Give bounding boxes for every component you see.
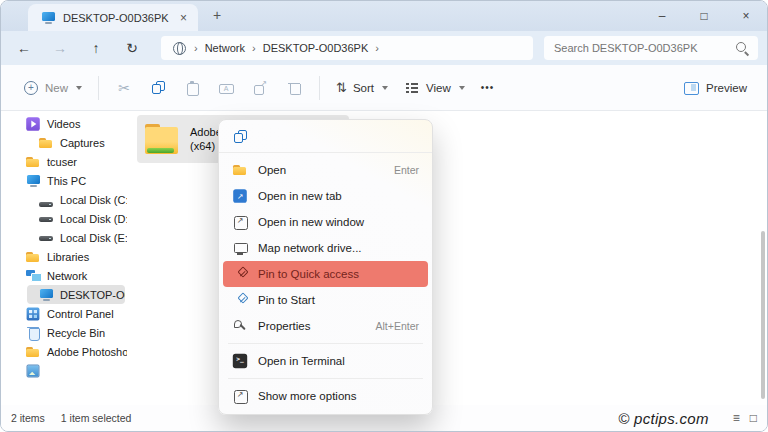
menu-item-label: Properties	[258, 320, 310, 332]
search-box[interactable]	[544, 36, 758, 60]
paste-icon	[184, 80, 200, 96]
up-button[interactable]: ↑	[83, 40, 109, 56]
view-button[interactable]: View	[396, 74, 473, 102]
context-menu-item[interactable]	[228, 343, 423, 344]
sidebar-item[interactable]: Videos	[1, 114, 127, 133]
more-options-button[interactable]: •••	[473, 76, 503, 99]
maximize-button[interactable]: □	[683, 1, 725, 31]
titlebar: DESKTOP-O0D36PK × + – □ ×	[1, 1, 767, 31]
details-view-toggle[interactable]: ≡	[733, 411, 740, 425]
new-tab-button[interactable]: +	[213, 7, 221, 23]
selected-count: 1 item selected	[61, 412, 132, 424]
context-menu-item[interactable]: Pin to Start	[223, 287, 428, 313]
refresh-button[interactable]: ↻	[119, 40, 145, 56]
sidebar-item-icon	[26, 117, 40, 131]
context-menu-item[interactable]: Open Enter	[223, 157, 428, 183]
sidebar-item-label: Control Panel	[47, 308, 114, 320]
back-button[interactable]: ←	[11, 40, 37, 56]
sidebar-item-icon	[38, 192, 54, 208]
menu-item-label: Open	[258, 164, 286, 176]
close-button[interactable]: ×	[725, 1, 767, 31]
sidebar-item-icon	[25, 154, 41, 170]
items-count: 2 items	[11, 412, 45, 424]
breadcrumb-network[interactable]: Network	[205, 42, 245, 54]
computer-icon	[40, 10, 56, 26]
sidebar-item[interactable]: Adobe Photosho	[1, 342, 127, 361]
chevron-right-icon: ›	[252, 42, 256, 54]
watermark: © pctips.com	[618, 410, 709, 427]
copy-button[interactable]	[141, 72, 175, 104]
sidebar-item[interactable]: Recycle Bin	[1, 323, 127, 342]
breadcrumb-computer[interactable]: DESKTOP-O0D36PK	[263, 42, 369, 54]
cut-button[interactable]: ✂	[107, 72, 141, 104]
cut-icon: ✂	[118, 80, 130, 96]
menu-item-label: Open in Terminal	[258, 355, 345, 367]
menu-item-label: Map network drive...	[258, 242, 362, 254]
sidebar-item[interactable]: Captures	[1, 133, 127, 152]
context-menu-item[interactable]: Open in Terminal	[223, 348, 428, 374]
context-menu-item[interactable]: Open in new window	[223, 209, 428, 235]
sidebar-item-icon	[38, 230, 54, 246]
chevron-right-icon: ›	[194, 42, 198, 54]
menu-item-label: Open in new window	[258, 216, 364, 228]
new-button[interactable]: New	[15, 74, 90, 102]
navigation-sidebar: Videos Captures tcuser This PC	[1, 111, 127, 405]
sort-button[interactable]: ⇅ Sort	[328, 74, 396, 101]
sidebar-item-icon	[38, 135, 54, 151]
chevron-down-icon	[76, 86, 82, 90]
paste-button[interactable]	[175, 72, 209, 104]
delete-button[interactable]	[277, 72, 311, 104]
sidebar-item-icon	[25, 173, 41, 189]
context-menu-item[interactable]	[228, 378, 423, 379]
sidebar-item-label: Adobe Photosho	[47, 346, 127, 358]
large-icons-view-toggle[interactable]: □	[750, 411, 757, 425]
menu-item-icon	[232, 214, 248, 230]
rename-button[interactable]	[209, 72, 243, 104]
share-button[interactable]	[243, 72, 277, 104]
sidebar-item[interactable]: Libraries	[1, 247, 127, 266]
menu-item-label: Show more options	[258, 390, 356, 402]
sidebar-item-icon	[25, 344, 41, 360]
sidebar-item[interactable]	[1, 361, 127, 380]
sidebar-item[interactable]: DESKTOP-O0D	[27, 285, 125, 304]
sidebar-item[interactable]: Local Disk (C:)	[1, 190, 127, 209]
sidebar-item-label: Libraries	[47, 251, 89, 263]
sidebar-item-icon	[25, 268, 41, 284]
sidebar-item-label: Network	[47, 270, 87, 282]
tab-title: DESKTOP-O0D36PK	[63, 12, 170, 24]
context-menu-quick-actions	[219, 120, 432, 153]
copy-icon	[150, 80, 166, 96]
forward-button[interactable]: →	[47, 40, 73, 56]
file-explorer-window: DESKTOP-O0D36PK × + – □ × ← → ↑ ↻ › Netw…	[0, 0, 768, 432]
tab-close-icon[interactable]: ×	[177, 11, 190, 25]
search-icon	[734, 40, 750, 56]
context-menu-item[interactable]: Show more options	[223, 383, 428, 409]
minimize-button[interactable]: –	[641, 1, 683, 31]
folder-icon	[145, 124, 181, 154]
context-menu-item[interactable]: Open in new tab	[223, 183, 428, 209]
preview-toggle[interactable]: Preview	[683, 80, 747, 96]
explorer-tab[interactable]: DESKTOP-O0D36PK ×	[28, 4, 198, 31]
sidebar-item[interactable]: Control Panel	[1, 304, 127, 323]
menu-item-label: Pin to Quick access	[258, 268, 359, 280]
sidebar-item-label: This PC	[47, 175, 86, 187]
sidebar-item-label: Videos	[47, 118, 80, 130]
breadcrumb[interactable]: › Network › DESKTOP-O0D36PK ›	[161, 36, 533, 60]
chevron-down-icon	[382, 86, 388, 90]
sidebar-item-label: Local Disk (D:)	[60, 213, 127, 225]
copy-icon[interactable]	[232, 128, 248, 144]
sidebar-item[interactable]: Network	[1, 266, 127, 285]
menu-item-label: Pin to Start	[258, 294, 315, 306]
search-input[interactable]	[554, 42, 734, 54]
sidebar-item[interactable]: Local Disk (D:)	[1, 209, 127, 228]
context-menu-item[interactable]: Properties Alt+Enter	[223, 313, 428, 339]
context-menu-item[interactable]: Map network drive...	[223, 235, 428, 261]
context-menu-item[interactable]: Pin to Quick access	[223, 261, 428, 287]
network-globe-icon	[171, 40, 187, 56]
rename-icon	[218, 80, 234, 96]
sidebar-item[interactable]: Local Disk (E:)	[1, 228, 127, 247]
sidebar-item[interactable]: This PC	[1, 171, 127, 190]
view-list-icon	[404, 80, 420, 96]
sidebar-item[interactable]: tcuser	[1, 152, 127, 171]
new-plus-icon	[23, 80, 39, 96]
